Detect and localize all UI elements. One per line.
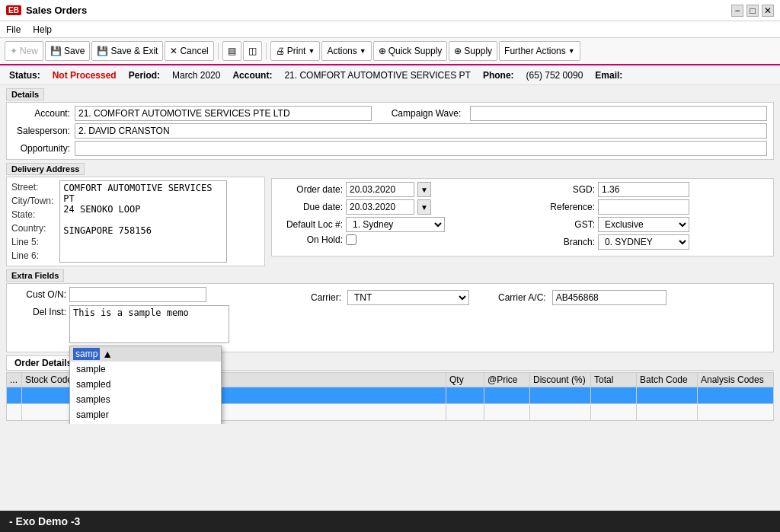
quick-supply-icon: ⊕ (379, 46, 386, 56)
cancel-icon: ✕ (170, 46, 177, 56)
cell-analysis[interactable] (698, 387, 774, 404)
autocomplete-item-sampler[interactable]: sampler (70, 407, 221, 422)
title-bar-controls[interactable]: − □ ✕ (731, 5, 774, 17)
account-label: Account: (232, 70, 272, 81)
reference-input[interactable] (598, 199, 689, 215)
col-header-total: Total (591, 373, 637, 387)
account-input[interactable] (75, 106, 372, 121)
cell-price[interactable] (484, 404, 530, 421)
reference-row: Reference: (530, 199, 767, 215)
order-date-label: Order date: (278, 184, 343, 195)
toolbar-sep-1 (218, 43, 219, 59)
app-logo: EB (6, 5, 21, 15)
save-button[interactable]: 💾 Save (45, 41, 90, 61)
cancel-label: Cancel (180, 46, 208, 56)
toolbar-btn-doc1[interactable]: ▤ (222, 41, 241, 61)
cell-total[interactable] (591, 387, 637, 404)
delivery-section: Delivery Address Street: City/Town: Stat… (6, 163, 265, 269)
col-header-discount: Discount (%) (530, 373, 591, 387)
order-date-picker[interactable]: ▼ (417, 182, 431, 197)
status-value: Not Processed (53, 70, 117, 81)
cell-batch[interactable] (637, 387, 698, 404)
main-content: Details Account: Campaign Wave: Salesper… (0, 85, 780, 424)
phone-label: Phone: (483, 70, 514, 81)
actions-button[interactable]: Actions ▼ (321, 41, 371, 61)
opportunity-label: Opportunity: (13, 143, 70, 154)
on-hold-checkbox[interactable] (346, 234, 356, 245)
account-row: Account: Campaign Wave: (13, 106, 767, 121)
account-label: Account: (13, 108, 70, 119)
city-label: City/Town: (11, 194, 53, 208)
cell-discount[interactable] (530, 387, 591, 404)
cell-analysis[interactable] (698, 404, 774, 421)
default-loc-row: Default Loc #: 1. Sydney (278, 217, 515, 232)
reference-label: Reference: (530, 202, 595, 212)
autocomplete-item-sample[interactable]: sample (70, 362, 221, 377)
minimize-button[interactable]: − (731, 5, 743, 17)
salesperson-input[interactable] (75, 123, 767, 139)
status-label: Status: (9, 70, 40, 81)
delivery-form: Street: City/Town: State: Country: Line … (6, 177, 265, 266)
del-inst-textarea[interactable]: This is a sample memo (69, 305, 229, 343)
cell-total[interactable] (591, 404, 637, 421)
cell-qty[interactable] (446, 404, 484, 421)
cancel-button[interactable]: ✕ Cancel (165, 41, 213, 61)
autocomplete-highlight: samp (73, 348, 100, 360)
on-hold-row: On Hold: (278, 234, 515, 245)
due-date-row: Due date: ▼ (278, 199, 515, 215)
default-loc-select[interactable]: 1. Sydney (346, 217, 445, 232)
save-exit-button[interactable]: 💾 Save & Exit (91, 41, 163, 61)
cell-discount[interactable] (530, 404, 591, 421)
carrier-ac-input[interactable] (552, 290, 667, 305)
salesperson-label: Salesperson: (13, 126, 70, 136)
autocomplete-item-sampled[interactable]: sampled (70, 377, 221, 392)
gst-label: GST: (530, 219, 595, 230)
cust-on-input[interactable] (69, 287, 206, 302)
extra-fields-form: Cust O/N: Del Inst: This is a sample mem… (6, 283, 774, 352)
delivery-address-textarea[interactable]: COMFORT AUTOMOTIVE SERVICES PT 24 SENOKO… (59, 180, 227, 263)
extra-right: Carrier: TNT Carrier A/C: (299, 290, 667, 305)
country-label: Country: (11, 221, 53, 235)
branch-select[interactable]: 0. SYDNEY (598, 234, 689, 250)
period-label: Period: (129, 70, 160, 81)
opportunity-row: Opportunity: (13, 141, 767, 156)
close-button[interactable]: ✕ (762, 5, 774, 17)
gst-row: GST: Exclusive Inclusive None (530, 217, 767, 232)
campaign-wave-input[interactable] (470, 106, 767, 121)
quick-supply-button[interactable]: ⊕ Quick Supply (373, 41, 448, 61)
new-button[interactable]: ✦ New (5, 41, 43, 61)
carrier-ac-label: Carrier A/C: (498, 292, 546, 303)
cell-price[interactable] (484, 387, 530, 404)
sgd-input[interactable] (598, 182, 689, 197)
phone-value: (65) 752 0090 (526, 70, 583, 81)
further-actions-button[interactable]: Further Actions ▼ (499, 41, 580, 61)
further-actions-dropdown-arrow: ▼ (568, 47, 575, 55)
cell-qty[interactable] (446, 387, 484, 404)
cell-batch[interactable] (637, 404, 698, 421)
del-inst-container: This is a sample memo samp ▲ sample samp… (69, 305, 229, 346)
print-button[interactable]: 🖨 Print ▼ (270, 41, 321, 61)
title-bar: EB Sales Orders − □ ✕ (0, 0, 780, 21)
due-date-input[interactable] (346, 199, 414, 215)
gst-select[interactable]: Exclusive Inclusive None (598, 217, 689, 232)
order-date-input[interactable] (346, 182, 414, 197)
carrier-select[interactable]: TNT (347, 290, 469, 305)
autocomplete-item-samuel[interactable]: Samuel (70, 422, 221, 424)
branch-row: Branch: 0. SYDNEY (530, 234, 767, 250)
opportunity-input[interactable] (75, 141, 767, 156)
autocomplete-scroll-btn[interactable]: ▲ (100, 348, 115, 360)
cell-dots (7, 387, 22, 404)
toolbar-btn-doc2[interactable]: ◫ (243, 41, 262, 61)
col-header-price: @Price (484, 373, 530, 387)
details-section-header: Details (6, 88, 44, 100)
cust-on-row: Cust O/N: (13, 287, 229, 302)
due-date-picker[interactable]: ▼ (417, 199, 431, 215)
extra-fields-header: Extra Fields (6, 269, 64, 282)
menu-file[interactable]: File (6, 24, 21, 35)
menu-help[interactable]: Help (33, 24, 52, 35)
supply-label: Supply (464, 46, 492, 56)
autocomplete-item-samples[interactable]: samples (70, 392, 221, 407)
supply-button[interactable]: ⊕ Supply (449, 41, 497, 61)
maximize-button[interactable]: □ (746, 5, 759, 17)
autocomplete-dropdown: samp ▲ sample sampled samples sampler Sa… (69, 346, 222, 424)
